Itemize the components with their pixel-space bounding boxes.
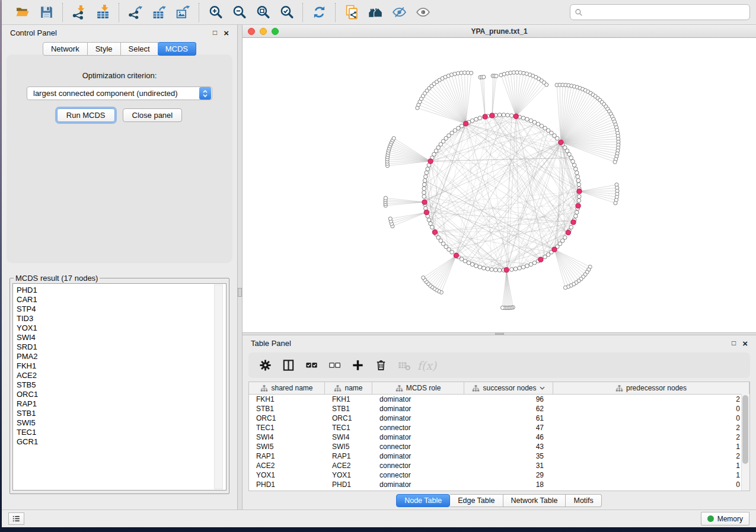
export-table-button[interactable] bbox=[149, 4, 168, 21]
network-node[interactable] bbox=[506, 113, 510, 117]
table-row[interactable]: PHD1PHD1dominator180 bbox=[249, 480, 749, 489]
minimize-window-icon[interactable] bbox=[260, 28, 267, 35]
table-row[interactable]: YOX1YOX1connector291 bbox=[249, 470, 749, 480]
network-node[interactable] bbox=[470, 118, 474, 123]
network-node[interactable] bbox=[467, 261, 471, 265]
network-node[interactable] bbox=[510, 114, 514, 118]
network-node[interactable] bbox=[490, 268, 494, 272]
column-view-button[interactable] bbox=[277, 355, 299, 376]
table-row[interactable]: RAP1RAP1dominator352 bbox=[249, 451, 749, 461]
memory-button[interactable]: Memory bbox=[701, 512, 749, 525]
network-node[interactable] bbox=[502, 113, 506, 117]
network-node[interactable] bbox=[482, 266, 486, 270]
network-node[interactable] bbox=[424, 175, 428, 179]
mcds-result-item[interactable]: GCR1 bbox=[17, 437, 226, 447]
tab-mcds[interactable]: MCDS bbox=[158, 42, 196, 56]
network-node[interactable] bbox=[392, 136, 395, 140]
dropdown-stepper-icon[interactable] bbox=[199, 87, 211, 100]
network-node[interactable] bbox=[460, 124, 464, 128]
search-input[interactable] bbox=[586, 8, 745, 17]
network-node[interactable] bbox=[574, 167, 578, 171]
mcds-node[interactable] bbox=[577, 189, 582, 194]
vertical-splitter[interactable] bbox=[237, 25, 243, 509]
network-node[interactable] bbox=[470, 71, 473, 75]
network-canvas[interactable] bbox=[243, 38, 756, 332]
network-node[interactable] bbox=[422, 276, 425, 280]
network-node[interactable] bbox=[425, 171, 429, 175]
mcds-result-list[interactable]: PHD1CAR1STP4TID3YOX1SWI4SRD1PMA2FKH1ACE2… bbox=[12, 283, 227, 491]
mcds-result-item[interactable]: TEC1 bbox=[17, 428, 226, 437]
mcds-node[interactable] bbox=[428, 159, 433, 164]
table-scrollbar[interactable] bbox=[741, 394, 749, 491]
table-row[interactable]: TEC1TEC1connector472 bbox=[249, 423, 749, 432]
search-box[interactable] bbox=[570, 4, 750, 20]
mcds-result-item[interactable]: STP4 bbox=[17, 305, 226, 314]
add-row-button[interactable] bbox=[347, 355, 368, 376]
network-node[interactable] bbox=[529, 262, 533, 267]
import-network-button[interactable] bbox=[69, 4, 88, 21]
close-window-icon[interactable] bbox=[248, 28, 255, 35]
mcds-node[interactable] bbox=[513, 114, 518, 118]
deselect-all-button[interactable] bbox=[324, 355, 345, 376]
tab-edge-table[interactable]: Edge Table bbox=[450, 494, 503, 507]
float-panel-icon[interactable]: □ bbox=[213, 29, 217, 36]
network-node[interactable] bbox=[556, 136, 560, 140]
export-network-button[interactable] bbox=[126, 4, 145, 21]
network-node[interactable] bbox=[510, 268, 514, 272]
mcds-result-item[interactable]: FKH1 bbox=[17, 361, 226, 371]
mcds-node[interactable] bbox=[504, 268, 509, 273]
network-node[interactable] bbox=[575, 210, 579, 214]
optimization-criterion-dropdown[interactable]: largest connected component (undirected) bbox=[27, 86, 212, 100]
network-node[interactable] bbox=[422, 182, 426, 187]
network-node[interactable] bbox=[478, 116, 482, 120]
mcds-result-item[interactable]: ORC1 bbox=[17, 390, 226, 399]
network-node[interactable] bbox=[572, 164, 576, 168]
network-node[interactable] bbox=[497, 268, 502, 273]
mcds-result-item[interactable]: YOX1 bbox=[17, 323, 226, 333]
tab-select[interactable]: Select bbox=[121, 42, 158, 56]
splitter-handle[interactable] bbox=[238, 288, 242, 297]
tab-motifs[interactable]: Motifs bbox=[566, 494, 601, 507]
network-node[interactable] bbox=[474, 117, 479, 121]
mcds-node[interactable] bbox=[552, 247, 557, 252]
mcds-result-item[interactable]: CAR1 bbox=[17, 295, 226, 305]
network-node[interactable] bbox=[470, 262, 474, 267]
import-table-button[interactable] bbox=[93, 4, 112, 21]
show-graphics-details-button[interactable] bbox=[413, 4, 432, 21]
network-node[interactable] bbox=[578, 194, 582, 198]
network-window-titlebar[interactable]: YPA_prune.txt_1 bbox=[243, 25, 756, 38]
network-node[interactable] bbox=[571, 159, 575, 164]
mcds-node[interactable] bbox=[559, 140, 563, 145]
network-node[interactable] bbox=[521, 265, 525, 270]
network-node[interactable] bbox=[513, 267, 518, 271]
network-node[interactable] bbox=[518, 266, 522, 270]
mcds-result-item[interactable]: SWI4 bbox=[17, 333, 226, 342]
mcds-node[interactable] bbox=[454, 253, 458, 258]
network-node[interactable] bbox=[613, 160, 617, 164]
mcds-result-item[interactable]: ACE2 bbox=[17, 371, 226, 380]
home-button[interactable] bbox=[366, 4, 385, 21]
mcds-result-item[interactable]: PHD1 bbox=[17, 286, 226, 295]
zoom-out-button[interactable] bbox=[229, 4, 248, 21]
list-scrollbar[interactable] bbox=[214, 284, 223, 489]
network-node[interactable] bbox=[525, 264, 529, 268]
network-node[interactable] bbox=[426, 167, 430, 171]
table-row[interactable]: FKH1FKH1dominator962 bbox=[249, 395, 749, 404]
network-node[interactable] bbox=[422, 194, 426, 198]
gear-button[interactable] bbox=[254, 355, 276, 376]
select-all-button[interactable] bbox=[301, 355, 322, 376]
mcds-result-item[interactable]: PMA2 bbox=[17, 352, 226, 361]
mcds-result-item[interactable]: SRD1 bbox=[17, 342, 226, 352]
splitter-handle[interactable] bbox=[495, 333, 504, 335]
network-node[interactable] bbox=[545, 83, 548, 86]
network-node[interactable] bbox=[577, 182, 581, 187]
column-header-name[interactable]: name bbox=[325, 382, 372, 394]
close-panel-icon[interactable]: × bbox=[224, 28, 229, 37]
network-node[interactable] bbox=[525, 117, 529, 121]
mcds-node[interactable] bbox=[576, 203, 580, 208]
table-row[interactable]: SWI5SWI5connector431 bbox=[249, 442, 749, 451]
network-node[interactable] bbox=[577, 198, 581, 203]
network-node[interactable] bbox=[486, 267, 490, 271]
table-row[interactable]: ORC1ORC1dominator610 bbox=[249, 414, 749, 423]
mcds-node[interactable] bbox=[571, 220, 576, 225]
